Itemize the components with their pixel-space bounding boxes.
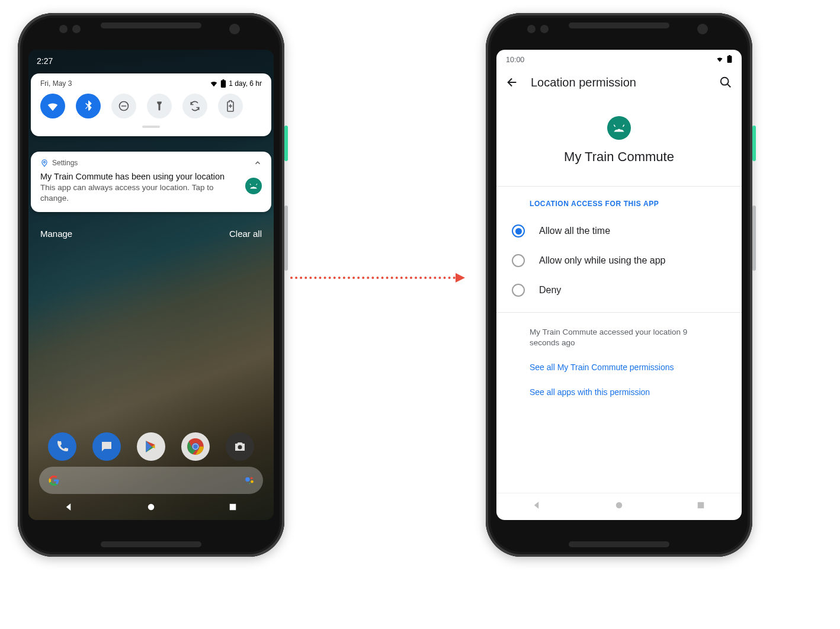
phone-settings-screen: 10:00 Location permission bbox=[486, 13, 752, 557]
svg-point-14 bbox=[251, 480, 254, 483]
nav-home-icon[interactable] bbox=[614, 500, 624, 511]
assistant-icon[interactable] bbox=[244, 475, 255, 486]
notification-body: This app can always access your location… bbox=[40, 182, 262, 204]
radio-label: Allow all the time bbox=[539, 226, 610, 236]
radio-icon bbox=[512, 224, 525, 238]
sensor-dot bbox=[72, 25, 81, 33]
svg-point-12 bbox=[245, 477, 250, 482]
link-app-permissions[interactable]: See all My Train Commute permissions bbox=[496, 362, 742, 387]
camera-app-icon[interactable] bbox=[226, 432, 254, 461]
nav-back-icon[interactable] bbox=[532, 500, 543, 511]
notification-title: My Train Commute has been using your loc… bbox=[40, 172, 262, 181]
bluetooth-icon bbox=[82, 100, 94, 112]
search-button[interactable] bbox=[719, 76, 732, 89]
app-icon-badge bbox=[245, 178, 262, 194]
power-button[interactable] bbox=[752, 126, 756, 161]
svg-point-4 bbox=[255, 187, 256, 188]
svg-point-18 bbox=[721, 78, 729, 85]
link-all-apps-permission[interactable]: See all apps with this permission bbox=[496, 387, 742, 412]
speaker-grille bbox=[101, 541, 201, 547]
app-header: My Train Commute bbox=[496, 98, 742, 186]
radio-allow-all[interactable]: Allow all the time bbox=[496, 216, 742, 246]
svg-line-22 bbox=[623, 125, 624, 127]
status-time: 10:00 bbox=[506, 56, 524, 64]
quick-settings-panel[interactable]: Fri, May 3 1 day, 6 hr bbox=[31, 73, 271, 136]
chrome-app-icon[interactable] bbox=[181, 432, 210, 461]
app-name: My Train Commute bbox=[564, 149, 674, 165]
radio-label: Deny bbox=[539, 285, 561, 296]
messages-app-icon[interactable] bbox=[92, 432, 121, 461]
back-button[interactable] bbox=[506, 76, 519, 89]
svg-line-6 bbox=[257, 184, 258, 185]
nav-recent-icon[interactable] bbox=[227, 502, 238, 512]
qs-batterysaver-toggle[interactable] bbox=[218, 94, 243, 118]
status-bar: 2:27 bbox=[28, 53, 274, 69]
dnd-icon bbox=[118, 100, 130, 112]
volume-button[interactable] bbox=[284, 206, 288, 271]
power-button[interactable] bbox=[284, 126, 288, 161]
google-g-icon bbox=[47, 474, 60, 487]
nav-bar bbox=[28, 498, 274, 516]
phone-app-icon[interactable] bbox=[48, 432, 76, 461]
nav-back-icon[interactable] bbox=[64, 502, 75, 512]
qs-dnd-toggle[interactable] bbox=[111, 94, 136, 118]
svg-line-5 bbox=[250, 184, 251, 185]
svg-rect-17 bbox=[230, 504, 236, 511]
status-icons bbox=[716, 55, 732, 65]
google-search-bar[interactable] bbox=[39, 467, 263, 494]
svg-point-15 bbox=[249, 483, 251, 484]
sensor-dot bbox=[540, 25, 549, 33]
radio-deny[interactable]: Deny bbox=[496, 275, 742, 305]
section-header: LOCATION ACCESS FOR THIS APP bbox=[496, 187, 742, 216]
phone-notification-shade: 2:27 Fri, May 3 1 day, 6 hr bbox=[18, 13, 284, 557]
front-camera bbox=[229, 24, 240, 34]
play-store-app-icon[interactable] bbox=[137, 432, 165, 461]
battery-icon bbox=[220, 79, 226, 88]
sensor-dot bbox=[527, 25, 536, 33]
speaker-grille bbox=[101, 23, 201, 28]
radio-label: Allow only while using the app bbox=[539, 255, 665, 266]
manage-button[interactable]: Manage bbox=[40, 229, 72, 239]
battery-duration: 1 day, 6 hr bbox=[229, 79, 262, 88]
nav-bar bbox=[496, 493, 742, 516]
svg-point-23 bbox=[616, 502, 623, 508]
radio-icon bbox=[512, 254, 525, 267]
wifi-icon bbox=[210, 79, 218, 88]
location-icon bbox=[40, 159, 49, 167]
volume-button[interactable] bbox=[752, 206, 756, 271]
svg-point-10 bbox=[193, 444, 198, 449]
qs-autorotate-toggle[interactable] bbox=[182, 94, 207, 118]
svg-point-2 bbox=[44, 161, 46, 163]
clear-all-button[interactable]: Clear all bbox=[229, 229, 262, 239]
svg-point-20 bbox=[620, 129, 621, 130]
app-icon-badge bbox=[607, 116, 631, 140]
nav-home-icon[interactable] bbox=[146, 502, 156, 512]
qs-flashlight-toggle[interactable] bbox=[147, 94, 172, 118]
autorotate-icon bbox=[189, 100, 201, 112]
notification-card[interactable]: Settings My Train Commute has been using… bbox=[31, 152, 271, 212]
qs-date: Fri, May 3 bbox=[40, 79, 72, 88]
wifi-icon bbox=[46, 100, 59, 113]
notification-source: Settings bbox=[52, 159, 78, 167]
qs-wifi-toggle[interactable] bbox=[40, 94, 65, 118]
qs-drag-handle[interactable] bbox=[142, 126, 160, 128]
status-bar: 10:00 bbox=[496, 50, 742, 66]
chevron-up-icon[interactable] bbox=[254, 159, 262, 167]
svg-line-21 bbox=[614, 125, 615, 127]
flashlight-icon bbox=[154, 101, 165, 111]
nav-recent-icon[interactable] bbox=[695, 500, 706, 511]
front-camera bbox=[697, 24, 708, 34]
radio-allow-foreground[interactable]: Allow only while using the app bbox=[496, 246, 742, 275]
last-access-info: My Train Commute accessed your location … bbox=[496, 313, 742, 362]
qs-bluetooth-toggle[interactable] bbox=[76, 94, 101, 118]
svg-point-19 bbox=[617, 129, 618, 130]
qs-battery-status: 1 day, 6 hr bbox=[210, 79, 262, 88]
svg-point-13 bbox=[251, 477, 253, 479]
page-title: Location permission bbox=[531, 76, 707, 89]
flow-arrow bbox=[290, 272, 465, 284]
svg-rect-24 bbox=[698, 502, 704, 508]
radio-icon bbox=[512, 284, 525, 297]
speaker-grille bbox=[569, 541, 669, 547]
status-time: 2:27 bbox=[37, 56, 53, 66]
battery-saver-icon bbox=[226, 100, 235, 112]
